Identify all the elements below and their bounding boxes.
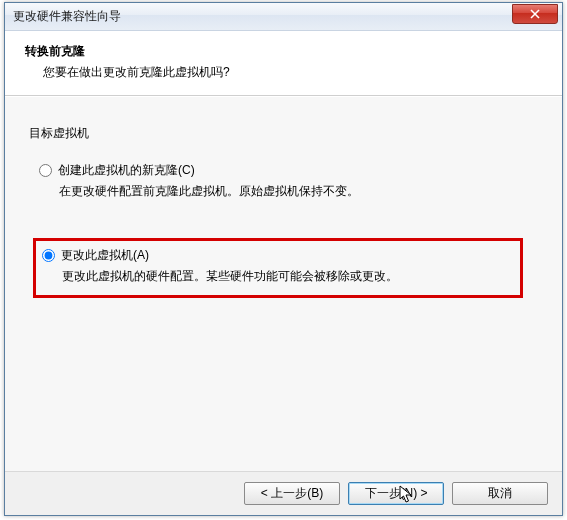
option-clone[interactable]: 创建此虚拟机的新克隆(C) 在更改硬件配置前克隆此虚拟机。原始虚拟机保持不变。 bbox=[33, 158, 538, 204]
cancel-button[interactable]: 取消 bbox=[452, 482, 548, 505]
wizard-header: 转换前克隆 您要在做出更改前克隆此虚拟机吗? bbox=[5, 31, 562, 96]
window-title: 更改硬件兼容性向导 bbox=[13, 8, 121, 25]
close-button[interactable] bbox=[512, 4, 558, 24]
header-subtitle: 您要在做出更改前克隆此虚拟机吗? bbox=[43, 64, 542, 81]
titlebar: 更改硬件兼容性向导 bbox=[5, 3, 562, 31]
radio-group: 创建此虚拟机的新克隆(C) 在更改硬件配置前克隆此虚拟机。原始虚拟机保持不变。 … bbox=[33, 158, 538, 298]
next-button[interactable]: 下一步(N) > bbox=[348, 482, 444, 505]
back-button[interactable]: < 上一步(B) bbox=[244, 482, 340, 505]
section-label: 目标虚拟机 bbox=[29, 125, 538, 142]
header-title: 转换前克隆 bbox=[25, 43, 542, 60]
radio-clone-label: 创建此虚拟机的新克隆(C) bbox=[58, 162, 195, 179]
radio-clone-desc: 在更改硬件配置前克隆此虚拟机。原始虚拟机保持不变。 bbox=[59, 183, 532, 200]
radio-alter-desc: 更改此虚拟机的硬件配置。某些硬件功能可能会被移除或更改。 bbox=[62, 268, 514, 285]
option-alter[interactable]: 更改此虚拟机(A) 更改此虚拟机的硬件配置。某些硬件功能可能会被移除或更改。 bbox=[33, 238, 523, 298]
radio-alter-label: 更改此虚拟机(A) bbox=[61, 247, 149, 264]
radio-clone[interactable] bbox=[39, 164, 52, 177]
close-icon bbox=[530, 9, 540, 19]
radio-alter[interactable] bbox=[42, 249, 55, 262]
wizard-content: 目标虚拟机 创建此虚拟机的新克隆(C) 在更改硬件配置前克隆此虚拟机。原始虚拟机… bbox=[5, 96, 562, 494]
wizard-window: 更改硬件兼容性向导 转换前克隆 您要在做出更改前克隆此虚拟机吗? 目标虚拟机 创… bbox=[4, 2, 563, 516]
wizard-footer: < 上一步(B) 下一步(N) > 取消 bbox=[5, 471, 562, 515]
